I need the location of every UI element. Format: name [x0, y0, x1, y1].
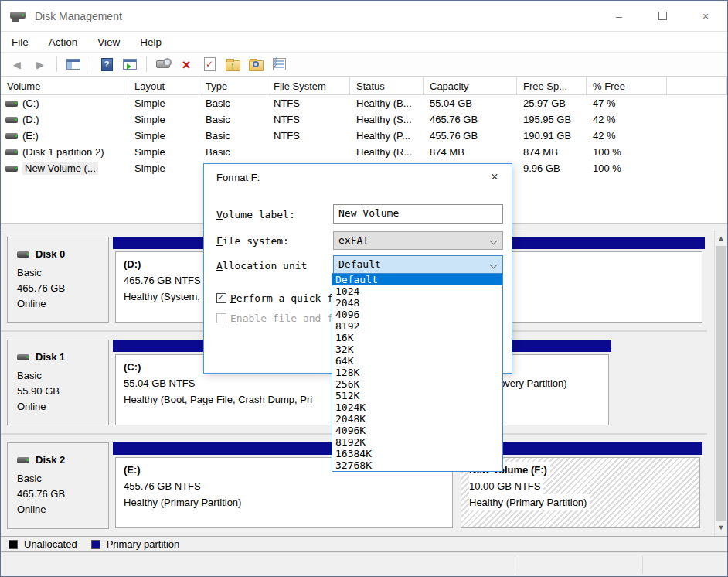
legend-bar: Unallocated Primary partition [1, 536, 727, 552]
col-status[interactable]: Status [350, 77, 424, 94]
table-row[interactable]: (D:) Simple Basic NTFS Healthy (S... 465… [1, 111, 727, 128]
cell-layout: Simple [128, 146, 199, 158]
col-file-system[interactable]: File System [267, 77, 350, 94]
col-layout[interactable]: Layout [128, 77, 199, 94]
disk-icon [17, 354, 29, 360]
dropdown-option[interactable]: 2048K [332, 413, 502, 425]
disk-size: 465.76 GB [17, 281, 108, 296]
menu-help[interactable]: Help [140, 36, 162, 48]
checked-checkbox-icon[interactable] [216, 293, 226, 303]
menu-file[interactable]: File [12, 36, 29, 48]
vertical-scrollbar[interactable]: ▲ ▼ [714, 230, 727, 536]
properties-list-icon[interactable] [269, 55, 289, 73]
toolbar-separator [90, 56, 90, 72]
dropdown-option[interactable]: 128K [332, 367, 502, 378]
dropdown-option-selected[interactable]: Default [332, 274, 502, 285]
disk2-info-panel[interactable]: Disk 2 Basic 465.76 GB Online [7, 442, 109, 529]
drive-icon [5, 133, 18, 139]
disk-status: Online [17, 502, 108, 517]
col-volume[interactable]: Volume [1, 77, 128, 94]
maximize-button[interactable] [641, 1, 684, 31]
disk-name: Disk 1 [36, 350, 65, 365]
disk-management-window: Disk Management – × File Action View Hel… [0, 0, 728, 577]
allocation-unit-label: Allocation unit [216, 260, 307, 271]
cell-pct: 47 % [587, 97, 667, 109]
validate-document-icon[interactable]: ✓ [199, 55, 219, 73]
status-separator [515, 556, 515, 574]
delete-icon[interactable]: × [176, 55, 196, 73]
cell-fs: NTFS [267, 130, 350, 142]
file-system-select[interactable]: exFAT [333, 231, 503, 250]
scroll-down-icon[interactable]: ▼ [715, 521, 727, 534]
help-icon[interactable]: ? [97, 55, 117, 73]
menu-action[interactable]: Action [49, 36, 78, 48]
rescan-disks-icon[interactable] [153, 55, 173, 73]
status-bar [1, 552, 727, 577]
disk-icon [17, 457, 29, 463]
scrollbar-thumb[interactable] [716, 246, 726, 521]
dialog-title: Format F: [216, 172, 260, 183]
dropdown-option[interactable]: 32768K [332, 459, 502, 471]
dropdown-option[interactable]: 4096 [332, 309, 502, 320]
cell-status: Healthy (S... [350, 114, 424, 125]
menu-view[interactable]: View [97, 36, 120, 48]
dropdown-option[interactable]: 8192K [332, 436, 502, 448]
toolbar-separator [56, 56, 57, 72]
close-button[interactable]: × [684, 1, 727, 31]
cell-capacity: 455.76 GB [424, 130, 517, 142]
table-row[interactable]: (E:) Simple Basic NTFS Healthy (P... 455… [1, 128, 727, 144]
col-free-space[interactable]: Free Sp... [517, 77, 587, 94]
cell-capacity: 55.04 GB [424, 97, 517, 109]
volume-label-input[interactable]: New Volume [333, 204, 503, 224]
disk-status: Online [17, 399, 108, 415]
dropdown-option[interactable]: 64K [332, 355, 502, 367]
cell-capacity: 465.76 GB [424, 114, 517, 125]
dropdown-option[interactable]: 8192 [332, 320, 502, 332]
dropdown-option[interactable]: 16384K [332, 448, 502, 459]
cell-status: Healthy (B... [350, 97, 424, 109]
cell-layout: Simple [128, 130, 199, 142]
drive-icon [5, 149, 18, 155]
cell-status: Healthy (R... [350, 146, 424, 158]
cell-fs: NTFS [267, 97, 350, 109]
disk-type: Basic [17, 471, 108, 487]
dropdown-option[interactable]: 4096K [332, 425, 502, 436]
dropdown-option[interactable]: 16K [332, 332, 502, 343]
partition-info: 10.00 GB NTFS [469, 478, 543, 494]
cell-fs: NTFS [267, 114, 350, 125]
file-system-value: exFAT [338, 234, 369, 246]
dropdown-option[interactable]: 1024K [332, 401, 502, 413]
col-capacity[interactable]: Capacity [424, 77, 517, 94]
unchecked-checkbox-icon[interactable] [216, 313, 226, 323]
table-row[interactable]: (Disk 1 partition 2) Simple Basic Health… [1, 144, 727, 160]
dropdown-option[interactable]: 1024 [332, 285, 502, 297]
forward-icon[interactable]: ► [30, 55, 50, 73]
maximize-icon [658, 12, 667, 20]
back-icon[interactable]: ◄ [7, 55, 27, 73]
cell-status: Healthy (P... [350, 130, 424, 142]
disk1-info-panel[interactable]: Disk 1 Basic 55.90 GB Online [7, 340, 109, 425]
disk-name: Disk 0 [36, 247, 65, 262]
allocation-unit-select[interactable]: Default [333, 255, 503, 274]
minimize-button[interactable]: – [597, 1, 641, 31]
dropdown-option[interactable]: 512K [332, 390, 502, 401]
table-row[interactable]: (C:) Simple Basic NTFS Healthy (B... 55.… [1, 95, 727, 111]
dialog-close-icon[interactable]: × [478, 170, 512, 184]
disk0-info-panel[interactable]: Disk 0 Basic 465.76 GB Online [7, 237, 109, 323]
export-folder-icon[interactable]: ↑ [223, 55, 243, 73]
show-console-tree-icon[interactable] [63, 55, 83, 73]
disk-management-app-icon [10, 10, 27, 22]
cell-free: 25.97 GB [517, 97, 587, 109]
dropdown-option[interactable]: 2048 [332, 297, 502, 309]
col-type[interactable]: Type [199, 77, 267, 94]
scroll-up-icon[interactable]: ▲ [715, 232, 727, 245]
cell-type: Basic [199, 97, 267, 109]
dropdown-option[interactable]: 32K [332, 343, 502, 355]
show-action-pane-icon[interactable] [120, 55, 140, 73]
col-pct-free[interactable]: % Free [587, 77, 667, 94]
status-separator [642, 556, 643, 574]
window-title: Disk Management [35, 10, 122, 22]
toolbar: ◄ ► ? × ✓ ↑ [1, 52, 727, 77]
dropdown-option[interactable]: 256K [332, 378, 502, 390]
find-folder-icon[interactable] [246, 55, 266, 73]
